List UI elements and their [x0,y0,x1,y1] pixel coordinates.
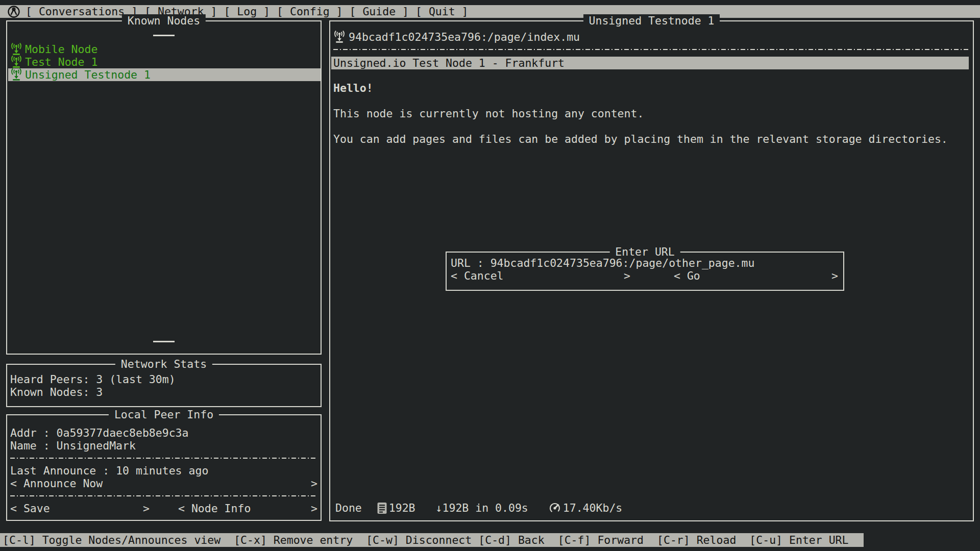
shortcut-remove-entry: [C-x] Remove entry [234,534,353,546]
nomadnet-logo-icon [7,5,20,18]
button-left-bracket: < [451,269,457,282]
button-right-bracket: > [831,269,838,282]
page-body-line: This node is currently not hosting any c… [333,107,973,120]
menu-item-quit[interactable]: [ Quit ] [415,5,469,18]
shortcut-enter-url: [C-u] Enter URL [749,534,848,546]
cancel-label: Cancel [457,269,504,282]
save-label: Save [17,502,50,515]
last-announce-value: 10 minutes ago [116,464,208,477]
button-right-bracket: > [624,269,630,282]
status-state: Done [335,502,362,514]
scrollbar-bottom-indicator [153,341,175,342]
node-antenna-icon [10,42,22,56]
menu-item-conversations[interactable]: [ Conversations ] [26,5,138,18]
announce-now-label: Announce Now [17,477,103,490]
local-peer-info-title: Local Peer Info [109,408,219,421]
menu-item-config[interactable]: [ Config ] [277,5,342,18]
node-list-item[interactable]: Test Node 1 [8,56,321,68]
go-label: Go [680,269,700,282]
node-info-button[interactable]: < Node Info> [178,502,317,515]
node-info-label: Node Info [185,502,251,515]
shortcut-back: [C-d] Back [478,534,544,546]
menu-item-guide[interactable]: [ Guide ] [350,5,409,18]
shortcut-reload: [C-r] Reload [657,534,736,546]
button-left-bracket: < [10,502,17,515]
current-url: 94bcadf1c024735ea796:/page/index.mu [349,31,580,43]
go-button[interactable]: < Go> [674,269,838,282]
page-heading-bar: Unsigned.io Test Node 1 - Frankfurt [331,57,969,69]
status-transfer: ↓192B in 0.09s [436,502,528,514]
browser-title: Unsigned Testnode 1 [583,14,720,27]
name-value: UnsignedMark [57,439,136,452]
divider [10,495,317,496]
button-left-bracket: < [178,502,185,515]
button-right-bracket: > [143,502,150,515]
shortcut-forward: [C-f] Forward [558,534,644,546]
speedometer-icon [549,502,561,514]
last-announce-line: Last Announce : 10 minutes ago [7,464,321,477]
save-button[interactable]: < Save> [10,502,150,515]
node-label: Mobile Node [25,43,97,56]
divider [333,49,970,50]
name-label: Name : [10,439,57,452]
node-list-item[interactable]: Mobile Node [8,43,321,56]
peer-address-line: Addr : 0a59377daec8eb8e9c3a [7,427,321,439]
enter-url-dialog: Enter URL URL : 94bcadf1c024735ea796:/pa… [446,252,844,291]
status-page-size: 192B [389,502,415,514]
addr-value: 0a59377daec8eb8e9c3a [57,427,189,439]
last-announce-label: Last Announce : [10,464,116,477]
scrollbar-top-indicator [153,35,175,36]
enter-url-dialog-title: Enter URL [609,245,680,258]
browser-status-line: Done 192B ↓192B in 0.09s 17.40 [335,502,622,514]
node-label: Unsigned Testnode 1 [25,68,151,81]
address-row: 94bcadf1c024735ea796:/page/index.mu [333,31,973,43]
known-nodes-title: Known Nodes [122,14,206,27]
page-greeting: Hello! [333,82,973,94]
known-nodes-stat: Known Nodes: 3 [7,386,321,398]
known-nodes-panel: Known Nodes Mobile Node Test Node 1 Unsi… [6,20,322,355]
button-left-bracket: < [10,477,17,490]
peer-name-line: Name : UnsignedMark [7,439,321,452]
node-list-item-selected[interactable]: Unsigned Testnode 1 [8,68,321,81]
nomadnet-terminal: [ Conversations ] [ Network ] [ Log ] [ … [0,0,980,551]
node-label: Test Node 1 [25,56,97,68]
url-field[interactable]: URL : 94bcadf1c024735ea796:/page/other_p… [451,257,843,269]
node-browser-panel: Unsigned Testnode 1 94bcadf1c024735ea796… [329,20,974,521]
page-body-line: You can add pages and files can be added… [333,133,973,145]
button-right-bracket: > [311,502,317,515]
url-input[interactable]: 94bcadf1c024735ea796:/page/other_page.mu [491,257,755,269]
document-icon [377,502,387,514]
node-list: Mobile Node Test Node 1 Unsigned Testnod… [7,43,321,81]
node-antenna-icon [333,30,346,44]
node-antenna-icon [10,55,22,69]
network-stats-title: Network Stats [115,358,212,370]
network-stats-panel: Network Stats Heard Peers: 3 (last 30m) … [6,364,322,407]
menu-item-log[interactable]: [ Log ] [224,5,270,18]
shortcut-toggle-view: [C-l] Toggle Nodes/Announces view [3,534,220,546]
local-peer-info-panel: Local Peer Info Addr : 0a59377daec8eb8e9… [6,414,322,521]
node-antenna-icon [10,68,22,82]
cancel-button[interactable]: < Cancel> [451,269,630,282]
button-left-bracket: < [674,269,680,282]
button-right-bracket: > [311,477,317,490]
status-speed: 17.40Kb/s [563,502,623,514]
shortcut-help-bar: [C-l] Toggle Nodes/Announces view [C-x] … [0,533,864,547]
heard-peers-stat: Heard Peers: 3 (last 30m) [7,373,321,386]
announce-now-button[interactable]: < Announce Now> [10,477,317,490]
addr-label: Addr : [10,427,57,439]
url-field-label: URL : [451,257,491,269]
shortcut-disconnect: [C-w] Disconnect [366,534,472,546]
divider [10,458,317,459]
